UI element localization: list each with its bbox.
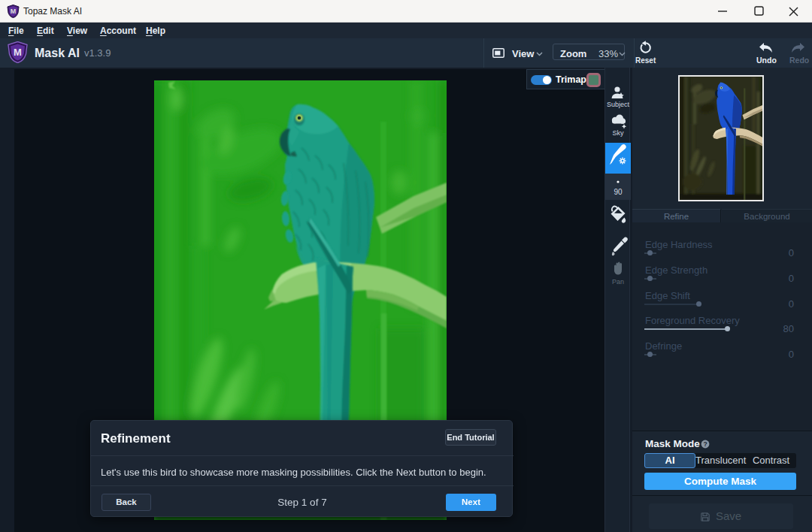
svg-text:M: M xyxy=(14,47,22,58)
svg-text:Subject: Subject xyxy=(607,101,630,108)
svg-text:?: ? xyxy=(703,440,707,448)
svg-text:Pan: Pan xyxy=(612,278,624,286)
svg-text:Sky: Sky xyxy=(612,129,624,137)
svg-text:90: 90 xyxy=(614,188,623,196)
svg-text:M: M xyxy=(11,8,17,15)
